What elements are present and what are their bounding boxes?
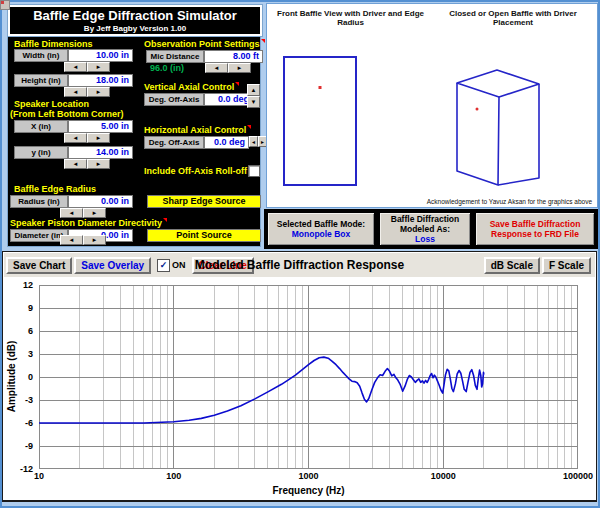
response-curve: [39, 357, 484, 423]
y-spinner: ◄ ►: [64, 159, 110, 169]
overlay-on-label: ON: [172, 260, 186, 270]
spin-right-icon[interactable]: ►: [87, 87, 110, 97]
spin-left-icon[interactable]: ◄: [64, 62, 87, 72]
x-tick-label: 1000: [298, 471, 318, 481]
overlay-on-checkbox[interactable]: ✓: [157, 259, 170, 272]
width-value[interactable]: 10.00 in: [68, 49, 133, 62]
plot-area: [39, 285, 578, 469]
horizontal-axial-header: Horizontal Axial Control: [144, 125, 251, 135]
x-axis-title: Frequency (Hz): [39, 485, 578, 496]
x-tick-label: 100000: [563, 471, 593, 481]
y-tick-label: -12: [20, 464, 33, 474]
y-tick-label: 12: [23, 280, 33, 290]
y-tick-label: 6: [28, 326, 33, 336]
comment-indicator: [247, 125, 251, 129]
comment-indicator: [261, 39, 265, 43]
y-label: y (in): [14, 146, 68, 159]
spin-right-icon[interactable]: ►: [228, 63, 251, 73]
speaker-location-header: Speaker Location: [14, 99, 89, 109]
spin-right-icon[interactable]: ►: [83, 208, 106, 218]
spin-right-icon[interactable]: ►: [87, 159, 110, 169]
spin-left-icon[interactable]: ◄: [64, 133, 87, 143]
modeled-as-label: Baffle Diffraction Modeled As:: [380, 214, 470, 234]
comment-indicator: [163, 218, 167, 222]
horizontal-deg-label: Deg. Off-Axis: [144, 136, 204, 149]
diameter-row: Diameter (in) 0.00 in Point Source: [10, 229, 261, 242]
edge-source-mode: Sharp Edge Source: [147, 195, 261, 208]
vertical-deg-value[interactable]: 0.0 deg: [204, 93, 253, 106]
save-frd-label: Save Baffle Diffraction Response to FRD …: [476, 219, 594, 239]
spin-left-icon[interactable]: ◄: [60, 235, 83, 245]
rolloff-checkbox[interactable]: [248, 165, 260, 177]
spin-right-icon[interactable]: ►: [87, 62, 110, 72]
x-row: X (in) 5.00 in: [14, 120, 133, 133]
control-panel: Baffle Dimensions Width (in) 10.00 in ◄ …: [8, 37, 260, 246]
height-row: Height (in) 18.00 in: [14, 74, 133, 87]
corner-widget: [0, 0, 10, 10]
clear-line-button[interactable]: Clear Line: [192, 257, 254, 274]
x-axis-ticks: 10100100010000100000: [39, 471, 578, 483]
driver-position-dot: [319, 86, 322, 89]
mic-distance-row: Mic Distance 8.00 ft: [146, 50, 263, 63]
db-scale-button[interactable]: dB Scale: [484, 257, 540, 274]
vertical-deg-label: Deg. Off-Axis: [144, 93, 204, 106]
piston-source-mode: Point Source: [147, 229, 261, 242]
speaker-location-subheader: (From Left Bottom Corner): [10, 109, 124, 119]
width-row: Width (in) 10.00 in: [14, 49, 133, 62]
piston-header: Speaker Piston Diameter Directivity: [10, 218, 167, 228]
spin-left-icon[interactable]: ◄: [205, 63, 228, 73]
y-row: y (in) 14.00 in: [14, 146, 133, 159]
height-value[interactable]: 18.00 in: [68, 74, 133, 87]
driver-position-dot: [476, 108, 479, 111]
spin-left-icon[interactable]: ◄: [249, 136, 258, 147]
x-tick-label: 10: [34, 471, 44, 481]
front-baffle-drawing: [283, 56, 357, 186]
save-overlay-button[interactable]: Save Overlay: [74, 257, 151, 274]
mic-distance-inches: 96.0 (in): [150, 63, 184, 73]
y-tick-label: 3: [28, 349, 33, 359]
vertical-axial-spinner: ▲ ▼: [247, 84, 260, 108]
radius-value[interactable]: 0.00 in: [68, 195, 133, 208]
app-subtitle: By Jeff Bagby Version 1.00: [10, 24, 260, 33]
diameter-spinner: ◄ ►: [60, 235, 106, 245]
spin-left-icon[interactable]: ◄: [60, 208, 83, 218]
selected-mode-label: Selected Baffle Mode:: [277, 219, 365, 229]
y-tick-label: -3: [25, 395, 33, 405]
save-frd-button[interactable]: Save Baffle Diffraction Response to FRD …: [475, 212, 595, 246]
vertical-axial-header: Vertical Axial Control: [144, 82, 239, 92]
selected-mode-value: Monopole Box: [292, 229, 351, 239]
width-spinner: ◄ ►: [64, 62, 110, 72]
spin-right-icon[interactable]: ►: [83, 235, 106, 245]
y-tick-label: 0: [28, 372, 33, 382]
modeled-as-box[interactable]: Baffle Diffraction Modeled As: Loss: [379, 212, 471, 246]
height-spinner: ◄ ►: [64, 87, 110, 97]
mic-distance-label: Mic Distance: [146, 50, 204, 63]
baffle-box-drawing: [445, 62, 555, 194]
x-spinner: ◄ ►: [64, 133, 110, 143]
radius-label: Radius (in): [10, 195, 68, 208]
x-tick-label: 10000: [431, 471, 456, 481]
x-value[interactable]: 5.00 in: [68, 120, 133, 133]
spin-up-icon[interactable]: ▲: [247, 84, 260, 96]
app-title-box: Baffle Edge Diffraction Simulator By Jef…: [8, 5, 262, 36]
app-title: Baffle Edge Diffraction Simulator: [10, 8, 260, 23]
horizontal-deg-value[interactable]: 0.0 deg: [204, 136, 249, 149]
graphics-panel: Front Baffle View with Driver and Edge R…: [266, 3, 598, 208]
spin-right-icon[interactable]: ►: [87, 133, 110, 143]
front-view-caption: Front Baffle View with Driver and Edge R…: [273, 9, 428, 27]
spin-left-icon[interactable]: ◄: [64, 87, 87, 97]
width-label: Width (in): [14, 49, 68, 62]
rolloff-label: Include Off-Axis Roll-off: [144, 166, 252, 176]
y-axis-ticks: 129630-3-6-9-12: [3, 285, 36, 469]
save-chart-button[interactable]: Save Chart: [6, 257, 72, 274]
spin-down-icon[interactable]: ▼: [247, 96, 260, 108]
mic-distance-value[interactable]: 8.00 ft: [204, 50, 263, 63]
modeled-as-value: Loss: [415, 234, 435, 244]
mode-bar: Selected Baffle Mode: Monopole Box Baffl…: [264, 209, 598, 249]
height-label: Height (in): [14, 74, 68, 87]
spin-left-icon[interactable]: ◄: [64, 159, 87, 169]
f-scale-button[interactable]: F Scale: [542, 257, 591, 274]
mic-distance-spinner: ◄ ►: [205, 63, 251, 73]
selected-baffle-mode[interactable]: Selected Baffle Mode: Monopole Box: [267, 212, 375, 246]
y-value[interactable]: 14.00 in: [68, 146, 133, 159]
